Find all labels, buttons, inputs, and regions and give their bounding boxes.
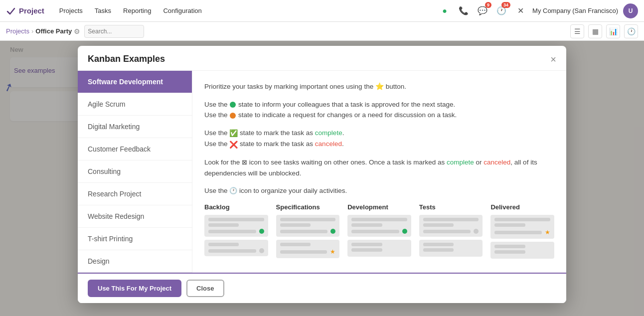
chart-view-btn[interactable]: 📊 bbox=[606, 24, 620, 38]
orange-dot-icon bbox=[230, 113, 236, 119]
phone-icon-btn[interactable]: 📞 bbox=[457, 4, 471, 18]
breadcrumb-separator: › bbox=[31, 27, 33, 35]
kp-row: ★ bbox=[494, 229, 550, 236]
kp-row bbox=[423, 229, 479, 234]
kp-line bbox=[208, 243, 239, 246]
kanban-examples-modal: Kanban Examples × Software Development A… bbox=[78, 46, 566, 303]
sub-navigation: Projects › Office Party ⚙ ☰ ▦ 📊 🕐 bbox=[0, 22, 644, 41]
clock-badge: 34 bbox=[501, 2, 510, 8]
kp-row bbox=[208, 248, 264, 253]
kp-line bbox=[494, 250, 525, 254]
kp-col-delivered-header: Delivered bbox=[490, 203, 554, 211]
list-view-btn[interactable]: ☰ bbox=[570, 24, 584, 38]
kp-col-backlog: Backlog bbox=[204, 203, 268, 262]
kp-line bbox=[280, 230, 328, 233]
sidebar-item-software-development[interactable]: Software Development bbox=[78, 71, 192, 93]
kp-row: ★ bbox=[280, 248, 336, 255]
location-icon-btn[interactable]: ● bbox=[438, 4, 452, 18]
kp-line bbox=[423, 248, 454, 252]
breadcrumb-current: Office Party bbox=[35, 27, 72, 35]
kp-card bbox=[347, 215, 411, 237]
kp-row bbox=[351, 229, 407, 234]
kp-row bbox=[280, 229, 336, 234]
check-icon: ✅ bbox=[229, 128, 238, 139]
nav-reporting[interactable]: Reporting bbox=[118, 5, 156, 16]
kp-line bbox=[494, 245, 525, 248]
sidebar-item-website-redesign[interactable]: Website Redesign bbox=[78, 205, 192, 228]
sidebar-item-consulting[interactable]: Consulting bbox=[78, 160, 192, 183]
kp-card bbox=[419, 215, 483, 237]
kp-line bbox=[351, 230, 399, 233]
kp-line bbox=[208, 249, 256, 253]
kp-line bbox=[351, 223, 382, 227]
content-para-3: Use the ✅ state to mark the task as comp… bbox=[204, 128, 554, 150]
kp-card bbox=[490, 242, 554, 259]
modal-content-area: Prioritize your tasks by marking importa… bbox=[192, 71, 566, 273]
breadcrumb: Projects › Office Party ⚙ bbox=[6, 27, 80, 35]
settings-icon[interactable]: ⚙ bbox=[74, 27, 80, 35]
kp-col-development: Development bbox=[347, 203, 411, 262]
nav-projects[interactable]: Projects bbox=[54, 5, 88, 16]
kanban-view-btn[interactable]: ▦ bbox=[588, 24, 602, 38]
sidebar-item-agile-scrum[interactable]: Agile Scrum bbox=[78, 93, 192, 116]
kp-line bbox=[208, 218, 264, 221]
modal-footer: Use This For My Project Close bbox=[78, 273, 566, 303]
top-navigation: Project Projects Tasks Reporting Configu… bbox=[0, 0, 644, 22]
search-input[interactable] bbox=[84, 25, 144, 38]
sidebar-item-research-project[interactable]: Research Project bbox=[78, 183, 192, 205]
star-icon: ⭐ bbox=[375, 82, 384, 90]
clock-icon-btn[interactable]: 🕐 34 bbox=[494, 4, 508, 18]
chat-icon-btn[interactable]: 💬 9 bbox=[476, 4, 489, 18]
sidebar-item-design[interactable]: Design bbox=[78, 250, 192, 273]
daily-icon: 🕐 bbox=[229, 187, 237, 194]
nav-tasks[interactable]: Tasks bbox=[90, 5, 116, 16]
kp-col-tests: Tests bbox=[419, 203, 483, 262]
kp-star-icon: ★ bbox=[545, 229, 550, 236]
kp-row bbox=[208, 229, 264, 234]
kp-green-dot bbox=[259, 229, 264, 234]
x-icon-btn[interactable]: ✕ bbox=[513, 4, 527, 18]
sidebar-item-tshirt-printing[interactable]: T-shirt Printing bbox=[78, 228, 192, 250]
kp-card bbox=[419, 240, 483, 257]
kp-card: ★ bbox=[490, 215, 554, 239]
app-logo[interactable]: Project bbox=[6, 6, 44, 16]
kp-line bbox=[208, 223, 239, 227]
kp-card bbox=[347, 240, 411, 257]
kp-card bbox=[204, 240, 268, 256]
kp-card bbox=[276, 215, 340, 237]
kp-line bbox=[494, 231, 542, 234]
kp-line bbox=[351, 218, 407, 221]
close-button[interactable]: Close bbox=[186, 280, 224, 297]
content-para-4: Look for the ⊠ icon to see tasks waiting… bbox=[204, 157, 554, 178]
kanban-preview: Backlog bbox=[204, 203, 554, 262]
modal-overlay: Kanban Examples × Software Development A… bbox=[0, 41, 644, 316]
kp-green-dot bbox=[330, 229, 335, 234]
modal-body: Software Development Agile Scrum Digital… bbox=[78, 71, 566, 273]
clock-view-btn[interactable]: 🕐 bbox=[624, 24, 638, 38]
breadcrumb-parent[interactable]: Projects bbox=[6, 27, 29, 35]
kp-card: ★ bbox=[276, 240, 340, 258]
kp-line bbox=[208, 230, 256, 233]
top-nav-links: Projects Tasks Reporting Configuration bbox=[54, 5, 207, 16]
use-this-button[interactable]: Use This For My Project bbox=[88, 280, 181, 297]
canceled-ref: canceled bbox=[483, 158, 510, 166]
sidebar-item-digital-marketing[interactable]: Digital Marketing bbox=[78, 116, 192, 138]
company-label: My Company (San Francisco) bbox=[532, 7, 618, 14]
modal-header: Kanban Examples × bbox=[78, 46, 566, 71]
modal-close-button[interactable]: × bbox=[550, 54, 556, 64]
kp-green-dot bbox=[402, 229, 407, 234]
view-toggle-buttons: ☰ ▦ 📊 🕐 bbox=[570, 24, 638, 38]
sidebar-item-customer-feedback[interactable]: Customer Feedback bbox=[78, 138, 192, 160]
content-para-2: Use the state to inform your colleagues … bbox=[204, 99, 554, 121]
kp-gray-dot bbox=[259, 248, 264, 253]
nav-configuration[interactable]: Configuration bbox=[158, 5, 206, 16]
dependency-icon: ⊠ bbox=[242, 158, 247, 166]
content-para-5: Use the 🕐 icon to organize your daily ac… bbox=[204, 185, 554, 196]
chat-badge: 9 bbox=[485, 2, 491, 8]
kp-star-icon: ★ bbox=[330, 248, 335, 255]
kp-col-specifications-header: Specifications bbox=[276, 203, 340, 211]
user-avatar[interactable]: U bbox=[623, 3, 638, 18]
kp-line bbox=[280, 223, 311, 227]
green-dot-icon bbox=[230, 102, 236, 108]
main-content: New See examples ➚ Kanban Examples × So bbox=[0, 41, 644, 316]
